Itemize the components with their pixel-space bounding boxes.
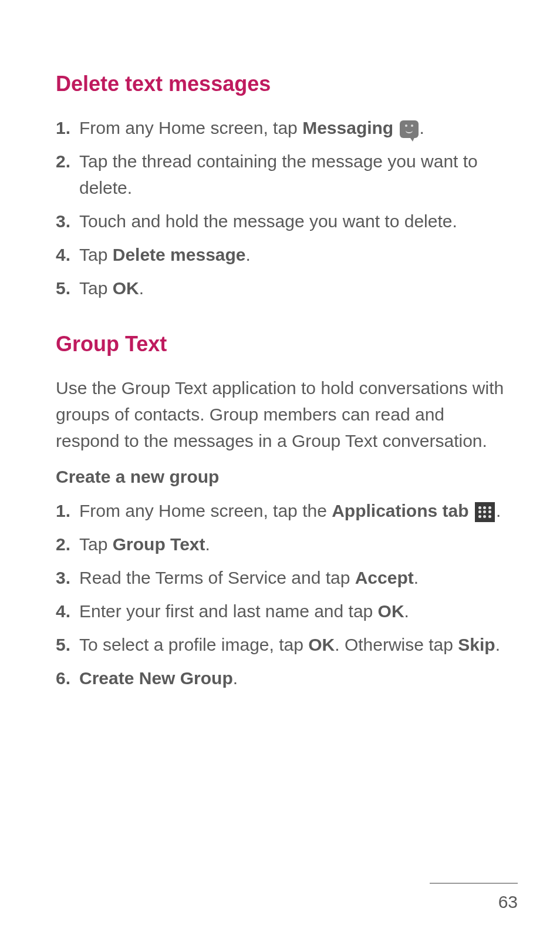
step-bold: Group Text: [113, 534, 205, 554]
step-item: From any Home screen, tap Messaging .: [56, 115, 504, 141]
step-text: To select a profile image, tap: [79, 635, 308, 654]
step-item: Create New Group.: [56, 665, 504, 691]
applications-tab-icon: [475, 502, 495, 522]
footer-divider: [430, 883, 518, 884]
messaging-icon: [400, 120, 419, 138]
step-text: . Otherwise tap: [335, 635, 458, 654]
step-bold: Delete message: [113, 245, 246, 264]
step-text: .: [404, 601, 409, 621]
steps-delete-text-messages: From any Home screen, tap Messaging . Ta…: [56, 115, 504, 301]
page-footer: 63: [430, 883, 518, 912]
step-bold: Create New Group: [79, 668, 233, 688]
intro-paragraph: Use the Group Text application to hold c…: [56, 375, 504, 454]
step-bold: Skip: [458, 635, 495, 654]
step-bold: OK: [113, 278, 139, 298]
step-item: Tap Delete message.: [56, 241, 504, 268]
heading-group-text: Group Text: [56, 331, 504, 358]
step-text: Tap the thread containing the message yo…: [79, 152, 478, 197]
step-bold: OK: [378, 601, 404, 621]
step-text: Tap: [79, 534, 113, 554]
step-item: To select a profile image, tap OK. Other…: [56, 631, 504, 658]
step-item: Tap Group Text.: [56, 531, 504, 557]
step-text: .: [139, 278, 144, 298]
step-item: From any Home screen, tap the Applicatio…: [56, 497, 504, 524]
step-text: .: [233, 668, 238, 688]
step-bold: Accept: [355, 568, 414, 587]
step-bold: Applications tab: [332, 501, 468, 520]
step-text: Tap: [79, 278, 113, 298]
step-item: Tap the thread containing the message yo…: [56, 148, 504, 201]
step-text: .: [420, 118, 424, 137]
step-item: Tap OK.: [56, 275, 504, 301]
steps-create-new-group: From any Home screen, tap the Applicatio…: [56, 497, 504, 691]
step-text: Tap: [79, 245, 113, 264]
section-delete-text-messages: Delete text messages From any Home scree…: [56, 70, 504, 301]
step-bold: Messaging: [302, 118, 393, 137]
step-text: Read the Terms of Service and tap: [79, 568, 355, 587]
step-text: .: [495, 635, 500, 654]
step-item: Enter your first and last name and tap O…: [56, 598, 504, 624]
step-item: Touch and hold the message you want to d…: [56, 208, 504, 234]
section-group-text: Group Text Use the Group Text applicatio…: [56, 331, 504, 691]
step-bold: OK: [308, 635, 335, 654]
step-item: Read the Terms of Service and tap Accept…: [56, 564, 504, 591]
heading-delete-text-messages: Delete text messages: [56, 70, 504, 98]
step-text: .: [205, 534, 210, 554]
step-text: .: [414, 568, 419, 587]
step-text: Enter your first and last name and tap: [79, 601, 378, 621]
subheading-create-new-group: Create a new group: [56, 467, 504, 487]
step-text: Touch and hold the message you want to d…: [79, 211, 457, 231]
step-text: From any Home screen, tap the: [79, 501, 332, 520]
page-number: 63: [498, 892, 518, 911]
step-text: .: [496, 501, 501, 520]
step-text: .: [246, 245, 251, 264]
step-text: From any Home screen, tap: [79, 118, 302, 137]
